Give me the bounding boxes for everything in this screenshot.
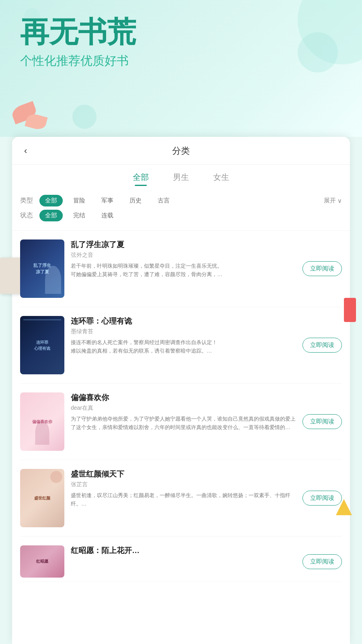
- tab-male[interactable]: 男生: [173, 172, 189, 186]
- type-tag-history[interactable]: 历史: [124, 195, 147, 206]
- book-cover-3: 偏偏喜欢你: [20, 392, 64, 451]
- read-button-3[interactable]: 立即阅读: [302, 414, 342, 429]
- type-tag-adventure[interactable]: 冒险: [68, 195, 91, 206]
- book-author-4: 张芷言: [71, 481, 296, 488]
- type-filter-row: 类型 全部 冒险 军事 历史 古言 展开 ∨: [20, 195, 342, 206]
- type-tag-all[interactable]: 全部: [39, 195, 63, 206]
- hero-title: 再无书荒: [20, 16, 342, 48]
- card-header: ‹ 分类: [12, 137, 350, 165]
- book-info-1: 乱了浮生凉了夏 弦外之音 若干年前，叶明珠如明珠璀璨，似繁星夺目，注定一生喜乐无…: [71, 239, 296, 279]
- book-item-3: 偏偏喜欢你 偏偏喜欢你 dear在真 为了守护弟弟他夺他所爱，为了守护爱人她宁愿…: [20, 384, 342, 460]
- type-tag-military[interactable]: 军事: [96, 195, 119, 206]
- book-list: 乱了浮生凉了夏 乱了浮生凉了夏 弦外之音 若干年前，叶明珠如明珠璀璨，似繁星夺目…: [12, 231, 350, 582]
- book-item-2: 连环罪心理有诡 连环罪：心理有诡 墨绿青苔 接连不断的名人死亡案件，警察局经过周…: [20, 307, 342, 384]
- status-tag-all[interactable]: 全部: [39, 210, 63, 221]
- book-title-4: 盛世红颜倾天下: [71, 469, 296, 479]
- book-item-4: 盛世红颜 盛世红颜倾天下 张芷言 盛世初逢，叹尽江山秀美；红颜易老，一醉倾尽半生…: [20, 460, 342, 537]
- book-cover-4: 盛世红颜: [20, 469, 64, 527]
- book-title-1: 乱了浮生凉了夏: [71, 239, 296, 250]
- side-red-decoration: [344, 298, 356, 322]
- tab-female[interactable]: 女生: [213, 172, 229, 186]
- book-author-2: 墨绿青苔: [71, 328, 296, 335]
- book-desc-3: 为了守护弟弟他夺他所爱，为了守护爱人她宁愿看他一个人哭，谁知自己竟然真的假戏真做…: [71, 415, 296, 432]
- status-tag-ongoing[interactable]: 连载: [96, 210, 119, 221]
- status-filter-label: 状态: [20, 211, 35, 220]
- book-title-3: 偏偏喜欢你: [71, 392, 296, 403]
- tab-all[interactable]: 全部: [133, 172, 149, 186]
- type-filter-label: 类型: [20, 196, 35, 205]
- book-desc-2: 接连不断的名人死亡案件，警察局经过周密调查作出自杀认定！难以掩盖的真相，若有似无…: [71, 339, 296, 355]
- book-cover-2: 连环罪心理有诡: [20, 316, 64, 374]
- book-info-4: 盛世红颜倾天下 张芷言 盛世初逢，叹尽江山秀美；红颜易老，一醉倾尽半生。一曲清歌…: [71, 469, 296, 508]
- book-author-3: dear在真: [71, 405, 296, 412]
- status-tag-complete[interactable]: 完结: [68, 210, 91, 221]
- read-button-2[interactable]: 立即阅读: [302, 338, 342, 353]
- book-item-5: 红昭愿 红昭愿：陌上花开… 立即阅读: [20, 537, 342, 582]
- book-title-2: 连环罪：心理有诡: [71, 316, 296, 326]
- read-button-5[interactable]: 立即阅读: [302, 554, 342, 569]
- book-cover-1: 乱了浮生凉了夏: [20, 239, 64, 298]
- deco-circle3: [72, 105, 97, 129]
- status-filter-row: 状态 全部 完结 连载: [20, 210, 342, 221]
- book-info-3: 偏偏喜欢你 dear在真 为了守护弟弟他夺他所爱，为了守护爱人她宁愿看他一个人哭…: [71, 392, 296, 432]
- book-author-1: 弦外之音: [71, 252, 296, 259]
- hero-subtitle: 个性化推荐优质好书: [20, 53, 342, 69]
- main-card: ‹ 分类 全部 男生 女生 类型 全部 冒险 军事 历史 古言 展开 ∨ 状态 …: [12, 137, 350, 644]
- filter-section: 类型 全部 冒险 军事 历史 古言 展开 ∨ 状态 全部 完结 连载: [12, 186, 350, 231]
- book-item-1: 乱了浮生凉了夏 乱了浮生凉了夏 弦外之音 若干年前，叶明珠如明珠璀璨，似繁星夺目…: [20, 231, 342, 307]
- book-desc-4: 盛世初逢，叹尽江山秀美；红颜易老，一醉倾尽半生。一曲清歌，婉转悠扬；一双素手、十…: [71, 491, 296, 508]
- expand-button[interactable]: 展开 ∨: [324, 197, 342, 204]
- book-desc-1: 若干年前，叶明珠如明珠璀璨，似繁星夺目，注定一生喜乐无忧。可她偏偏爱上莫祷寻，吃…: [71, 262, 296, 279]
- category-tabs: 全部 男生 女生: [12, 165, 350, 186]
- type-tag-ancient[interactable]: 古言: [152, 195, 175, 206]
- back-button[interactable]: ‹: [24, 146, 27, 156]
- book-cover-5: 红昭愿: [20, 545, 64, 578]
- book-title-5: 红昭愿：陌上花开…: [71, 545, 296, 556]
- read-button-4[interactable]: 立即阅读: [302, 491, 342, 506]
- page-title: 分类: [172, 145, 190, 157]
- book-info-5: 红昭愿：陌上花开…: [71, 545, 296, 557]
- read-button-1[interactable]: 立即阅读: [302, 261, 342, 276]
- book-info-2: 连环罪：心理有诡 墨绿青苔 接连不断的名人死亡案件，警察局经过周密调查作出自杀认…: [71, 316, 296, 355]
- hero-section: 再无书荒 个性化推荐优质好书: [0, 0, 362, 137]
